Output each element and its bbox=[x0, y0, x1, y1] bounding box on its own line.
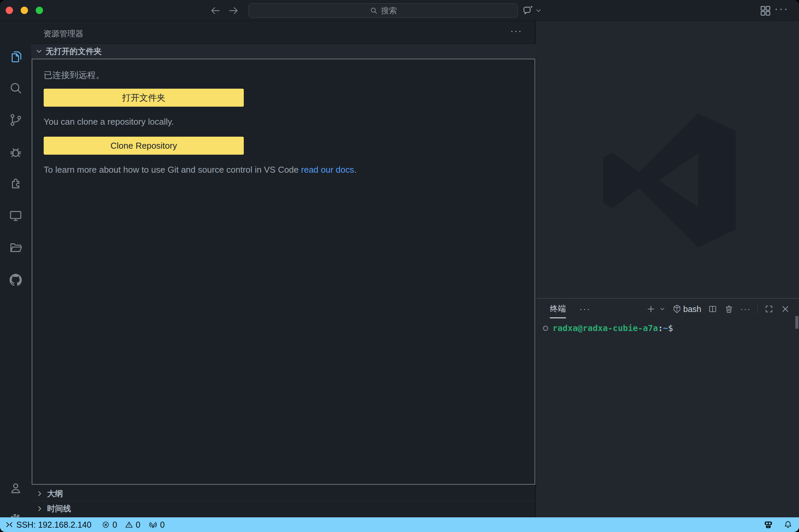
copilot-chevron-down-icon[interactable] bbox=[535, 7, 542, 14]
chat-sparkle-icon bbox=[522, 4, 534, 17]
account-button[interactable] bbox=[0, 480, 31, 496]
activity-remote-explorer-button[interactable] bbox=[0, 208, 31, 224]
trash-icon bbox=[724, 304, 734, 314]
port-count: 0 bbox=[160, 520, 165, 530]
plus-icon bbox=[646, 304, 656, 314]
activity-folders-button[interactable] bbox=[0, 240, 31, 256]
forwarded-ports-indicator[interactable]: 0 bbox=[148, 520, 165, 530]
warning-count: 0 bbox=[136, 520, 141, 530]
terminal-prompt: radxa@radxa-cubie-a7a:~$ bbox=[553, 323, 673, 333]
terminal-actions: $ bash bbox=[646, 299, 790, 319]
chevron-down-icon bbox=[35, 48, 43, 55]
status-bar-right bbox=[763, 519, 799, 530]
chevron-right-icon bbox=[36, 490, 44, 498]
copilot-chat-button[interactable] bbox=[522, 4, 534, 17]
clone-hint-text: You can clone a repository locally. bbox=[44, 117, 174, 127]
section-outline[interactable]: 大纲 bbox=[31, 487, 536, 501]
warning-icon bbox=[125, 520, 133, 529]
notifications-bell-button[interactable] bbox=[783, 520, 793, 530]
open-folder-icon bbox=[8, 240, 23, 255]
section-no-folder-opened[interactable]: 无打开的文件夹 bbox=[31, 44, 536, 59]
active-terminal-session[interactable]: $ bash bbox=[672, 304, 701, 314]
github-icon bbox=[8, 272, 23, 288]
svg-text:$: $ bbox=[676, 309, 677, 312]
section-timeline[interactable]: 时间线 bbox=[31, 501, 536, 516]
bug-icon bbox=[8, 144, 23, 160]
editor-area bbox=[537, 21, 799, 298]
read-our-docs-link[interactable]: read our docs bbox=[301, 165, 354, 175]
files-icon bbox=[8, 49, 23, 64]
navigate-forward-button[interactable] bbox=[227, 4, 240, 17]
outline-label: 大纲 bbox=[47, 488, 63, 499]
git-branch-icon bbox=[8, 112, 23, 128]
shell-prism-icon: $ bbox=[672, 304, 682, 314]
copilot-status-button[interactable] bbox=[763, 519, 774, 530]
arrow-left-icon bbox=[209, 5, 222, 17]
prompt-separator: : bbox=[658, 323, 663, 333]
panel-header: 终端 ··· bbox=[537, 299, 799, 319]
timeline-label: 时间线 bbox=[47, 504, 71, 514]
close-window-button[interactable] bbox=[6, 7, 13, 14]
split-terminal-button[interactable] bbox=[708, 304, 718, 314]
command-decoration-icon bbox=[543, 326, 548, 331]
open-folder-button[interactable]: 打开文件夹 bbox=[44, 89, 244, 107]
screen-full-icon bbox=[764, 304, 774, 314]
terminal-scrollbar-thumb[interactable] bbox=[795, 316, 798, 329]
close-icon bbox=[780, 304, 790, 314]
minimize-window-button[interactable] bbox=[21, 7, 28, 14]
account-icon bbox=[8, 481, 23, 496]
problems-indicator[interactable]: 0 0 bbox=[101, 520, 141, 530]
customize-layout-button[interactable] bbox=[759, 4, 772, 17]
terminal-tab-label: 终端 bbox=[550, 303, 566, 314]
divider bbox=[757, 304, 758, 314]
activity-explorer-button[interactable] bbox=[0, 49, 31, 65]
zoom-window-button[interactable] bbox=[36, 7, 43, 14]
close-panel-button[interactable] bbox=[780, 304, 790, 314]
arrow-right-icon bbox=[227, 5, 240, 17]
command-center-search[interactable]: 搜索 bbox=[248, 3, 518, 18]
connected-remote-text: 已连接到远程。 bbox=[44, 69, 105, 81]
sidebar-title: 资源管理器 bbox=[43, 28, 83, 39]
activity-github-button[interactable] bbox=[0, 272, 31, 288]
search-icon bbox=[8, 81, 23, 96]
sidebar-more-actions-button[interactable]: ··· bbox=[510, 25, 522, 36]
prompt-symbol: $ bbox=[668, 323, 673, 333]
radio-tower-icon bbox=[148, 520, 158, 529]
navigate-back-button[interactable] bbox=[209, 4, 222, 17]
terminal-more-actions-button[interactable]: ··· bbox=[740, 304, 751, 314]
error-icon bbox=[101, 520, 110, 529]
title-bar: 搜索 ··· bbox=[0, 0, 799, 21]
terminal-tab[interactable]: 终端 bbox=[550, 300, 566, 318]
activity-extensions-button[interactable] bbox=[0, 176, 31, 192]
remote-indicator[interactable]: SSH: 192.168.2.140 bbox=[5, 520, 99, 530]
activity-search-button[interactable] bbox=[0, 80, 31, 96]
chevron-down-icon bbox=[659, 306, 666, 312]
monitor-icon bbox=[8, 208, 23, 223]
bell-icon bbox=[783, 520, 793, 530]
prompt-cwd: ~ bbox=[663, 323, 668, 333]
maximize-panel-button[interactable] bbox=[764, 304, 774, 314]
clone-repository-button[interactable]: Clone Repository bbox=[44, 137, 244, 155]
terminal-profile-dropdown[interactable] bbox=[659, 306, 666, 312]
error-count: 0 bbox=[112, 520, 117, 530]
docs-text-after: . bbox=[354, 165, 356, 175]
activity-run-debug-button[interactable] bbox=[0, 144, 31, 160]
terminal-content[interactable]: radxa@radxa-cubie-a7a:~$ bbox=[537, 320, 799, 517]
kill-terminal-button[interactable] bbox=[724, 304, 734, 314]
panel-more-button[interactable]: ··· bbox=[579, 304, 591, 314]
titlebar-more-button[interactable]: ··· bbox=[774, 2, 789, 15]
layout-grid-icon bbox=[759, 4, 772, 17]
section-label: 无打开的文件夹 bbox=[46, 46, 102, 57]
chevron-right-icon bbox=[36, 505, 44, 513]
activity-source-control-button[interactable] bbox=[0, 112, 31, 128]
activity-bar bbox=[0, 21, 31, 517]
remote-host-label: SSH: 192.168.2.140 bbox=[16, 520, 91, 530]
search-placeholder: 搜索 bbox=[381, 5, 397, 16]
new-terminal-button[interactable] bbox=[646, 304, 656, 314]
prompt-user-host: radxa@radxa-cubie-a7a bbox=[553, 323, 658, 333]
welcome-view: 已连接到远程。 打开文件夹 You can clone a repository… bbox=[32, 59, 535, 484]
docs-text-before: To learn more about how to use Git and s… bbox=[44, 165, 301, 175]
terminal-prompt-line: radxa@radxa-cubie-a7a:~$ bbox=[543, 323, 799, 333]
docs-paragraph: To learn more about how to use Git and s… bbox=[44, 165, 364, 175]
split-icon bbox=[708, 304, 718, 314]
